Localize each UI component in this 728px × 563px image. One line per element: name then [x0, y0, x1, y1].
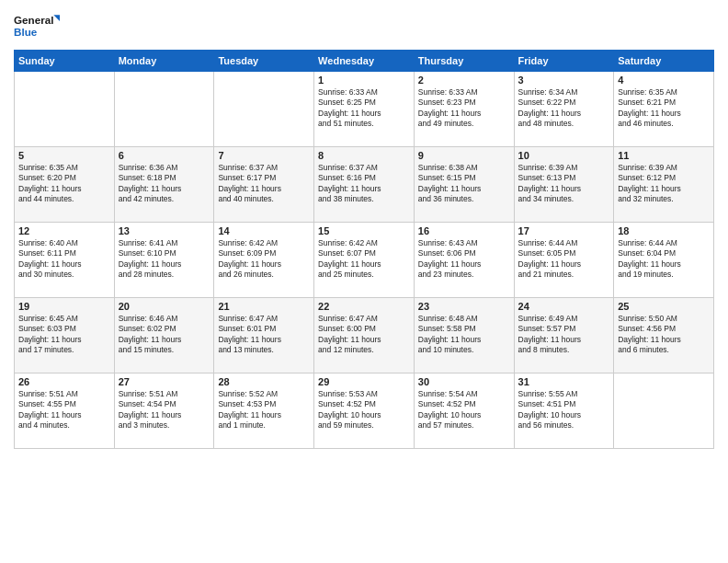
- day-info: Sunrise: 6:47 AM Sunset: 6:01 PM Dayligh…: [218, 314, 310, 356]
- day-info: Sunrise: 5:53 AM Sunset: 4:52 PM Dayligh…: [318, 389, 410, 431]
- calendar-cell: 25Sunrise: 5:50 AM Sunset: 4:56 PM Dayli…: [614, 298, 714, 373]
- weekday-header: Monday: [114, 51, 214, 72]
- calendar-cell: 20Sunrise: 6:46 AM Sunset: 6:02 PM Dayli…: [114, 298, 214, 373]
- day-number: 27: [119, 376, 210, 387]
- calendar-cell: 17Sunrise: 6:44 AM Sunset: 6:05 PM Dayli…: [514, 223, 614, 298]
- calendar-cell: 31Sunrise: 5:55 AM Sunset: 4:51 PM Dayli…: [514, 373, 614, 449]
- day-info: Sunrise: 5:55 AM Sunset: 4:51 PM Dayligh…: [518, 389, 610, 431]
- day-info: Sunrise: 6:44 AM Sunset: 6:05 PM Dayligh…: [518, 238, 610, 281]
- day-number: 15: [318, 225, 410, 236]
- header: General Blue: [14, 9, 714, 42]
- calendar-cell: 28Sunrise: 5:52 AM Sunset: 4:53 PM Dayli…: [214, 373, 314, 449]
- weekday-header: Friday: [514, 51, 614, 72]
- day-number: 23: [418, 301, 510, 312]
- day-info: Sunrise: 6:44 AM Sunset: 6:04 PM Dayligh…: [618, 238, 710, 281]
- day-number: 3: [518, 75, 610, 86]
- day-number: 12: [18, 225, 110, 236]
- svg-text:General: General: [14, 14, 53, 26]
- calendar-cell: 29Sunrise: 5:53 AM Sunset: 4:52 PM Dayli…: [314, 373, 415, 449]
- calendar-week-row: 5Sunrise: 6:35 AM Sunset: 6:20 PM Daylig…: [15, 147, 714, 223]
- weekday-header: Wednesday: [314, 51, 415, 72]
- weekday-header: Thursday: [414, 51, 514, 72]
- day-number: 28: [218, 376, 310, 387]
- calendar-cell: 11Sunrise: 6:39 AM Sunset: 6:12 PM Dayli…: [614, 147, 714, 223]
- calendar-cell: 18Sunrise: 6:44 AM Sunset: 6:04 PM Dayli…: [614, 223, 714, 298]
- day-number: 21: [218, 301, 310, 312]
- day-info: Sunrise: 6:35 AM Sunset: 6:20 PM Dayligh…: [18, 163, 110, 205]
- day-number: 2: [418, 75, 510, 86]
- calendar-cell: 13Sunrise: 6:41 AM Sunset: 6:10 PM Dayli…: [114, 223, 214, 298]
- day-number: 8: [318, 150, 410, 161]
- calendar-cell: 26Sunrise: 5:51 AM Sunset: 4:55 PM Dayli…: [15, 373, 115, 449]
- day-info: Sunrise: 6:42 AM Sunset: 6:09 PM Dayligh…: [218, 238, 310, 281]
- day-info: Sunrise: 6:42 AM Sunset: 6:07 PM Dayligh…: [318, 238, 410, 281]
- day-number: 25: [618, 301, 710, 312]
- day-number: 24: [518, 301, 610, 312]
- weekday-header: Tuesday: [214, 51, 314, 72]
- calendar-header-row: SundayMondayTuesdayWednesdayThursdayFrid…: [15, 51, 714, 72]
- calendar-cell: [614, 373, 714, 449]
- calendar-cell: 10Sunrise: 6:39 AM Sunset: 6:13 PM Dayli…: [514, 147, 614, 223]
- day-info: Sunrise: 6:40 AM Sunset: 6:11 PM Dayligh…: [18, 238, 110, 281]
- calendar-cell: 21Sunrise: 6:47 AM Sunset: 6:01 PM Dayli…: [214, 298, 314, 373]
- day-number: 19: [18, 301, 110, 312]
- day-info: Sunrise: 6:48 AM Sunset: 5:58 PM Dayligh…: [418, 314, 510, 356]
- calendar-cell: 3Sunrise: 6:34 AM Sunset: 6:22 PM Daylig…: [514, 72, 614, 147]
- day-info: Sunrise: 6:37 AM Sunset: 6:17 PM Dayligh…: [218, 163, 310, 205]
- weekday-header: Saturday: [614, 51, 714, 72]
- day-number: 4: [618, 75, 710, 86]
- calendar-cell: 4Sunrise: 6:35 AM Sunset: 6:21 PM Daylig…: [614, 72, 714, 147]
- day-number: 6: [119, 150, 210, 161]
- calendar-cell: 19Sunrise: 6:45 AM Sunset: 6:03 PM Dayli…: [15, 298, 115, 373]
- day-info: Sunrise: 6:41 AM Sunset: 6:10 PM Dayligh…: [119, 238, 210, 281]
- calendar-cell: 27Sunrise: 5:51 AM Sunset: 4:54 PM Dayli…: [114, 373, 214, 449]
- calendar-table: SundayMondayTuesdayWednesdayThursdayFrid…: [14, 50, 714, 449]
- day-number: 16: [418, 225, 510, 236]
- day-number: 11: [618, 150, 710, 161]
- day-number: 13: [119, 225, 210, 236]
- day-info: Sunrise: 6:39 AM Sunset: 6:13 PM Dayligh…: [518, 163, 610, 205]
- day-number: 31: [518, 376, 610, 387]
- calendar-cell: 8Sunrise: 6:37 AM Sunset: 6:16 PM Daylig…: [314, 147, 415, 223]
- day-number: 1: [318, 75, 410, 86]
- day-info: Sunrise: 6:38 AM Sunset: 6:15 PM Dayligh…: [418, 163, 510, 205]
- calendar-week-row: 1Sunrise: 6:33 AM Sunset: 6:25 PM Daylig…: [15, 72, 714, 147]
- calendar-cell: 7Sunrise: 6:37 AM Sunset: 6:17 PM Daylig…: [214, 147, 314, 223]
- calendar-cell: [114, 72, 214, 147]
- calendar-cell: 30Sunrise: 5:54 AM Sunset: 4:52 PM Dayli…: [414, 373, 514, 449]
- day-number: 7: [218, 150, 310, 161]
- logo-svg: General Blue: [14, 9, 60, 42]
- day-number: 18: [618, 225, 710, 236]
- day-info: Sunrise: 5:54 AM Sunset: 4:52 PM Dayligh…: [418, 389, 510, 431]
- calendar-cell: 15Sunrise: 6:42 AM Sunset: 6:07 PM Dayli…: [314, 223, 415, 298]
- day-info: Sunrise: 6:37 AM Sunset: 6:16 PM Dayligh…: [318, 163, 410, 205]
- day-info: Sunrise: 5:51 AM Sunset: 4:55 PM Dayligh…: [18, 389, 110, 431]
- calendar-cell: 6Sunrise: 6:36 AM Sunset: 6:18 PM Daylig…: [114, 147, 214, 223]
- day-number: 22: [318, 301, 410, 312]
- calendar-cell: 24Sunrise: 6:49 AM Sunset: 5:57 PM Dayli…: [514, 298, 614, 373]
- page: General Blue SundayMondayTuesdayWednesda…: [0, 0, 728, 563]
- day-info: Sunrise: 6:46 AM Sunset: 6:02 PM Dayligh…: [119, 314, 210, 356]
- calendar-cell: 5Sunrise: 6:35 AM Sunset: 6:20 PM Daylig…: [15, 147, 115, 223]
- calendar-week-row: 26Sunrise: 5:51 AM Sunset: 4:55 PM Dayli…: [15, 373, 714, 449]
- calendar-week-row: 19Sunrise: 6:45 AM Sunset: 6:03 PM Dayli…: [15, 298, 714, 373]
- day-info: Sunrise: 5:51 AM Sunset: 4:54 PM Dayligh…: [119, 389, 210, 431]
- day-number: 5: [18, 150, 110, 161]
- svg-text:Blue: Blue: [14, 26, 38, 38]
- calendar-week-row: 12Sunrise: 6:40 AM Sunset: 6:11 PM Dayli…: [15, 223, 714, 298]
- day-info: Sunrise: 6:34 AM Sunset: 6:22 PM Dayligh…: [518, 87, 610, 130]
- day-info: Sunrise: 6:43 AM Sunset: 6:06 PM Dayligh…: [418, 238, 510, 281]
- day-number: 30: [418, 376, 510, 387]
- day-number: 17: [518, 225, 610, 236]
- day-info: Sunrise: 6:33 AM Sunset: 6:23 PM Dayligh…: [418, 87, 510, 130]
- day-info: Sunrise: 6:36 AM Sunset: 6:18 PM Dayligh…: [119, 163, 210, 205]
- day-info: Sunrise: 6:35 AM Sunset: 6:21 PM Dayligh…: [618, 87, 710, 130]
- day-number: 14: [218, 225, 310, 236]
- calendar-cell: 1Sunrise: 6:33 AM Sunset: 6:25 PM Daylig…: [314, 72, 415, 147]
- day-number: 10: [518, 150, 610, 161]
- day-number: 9: [418, 150, 510, 161]
- calendar-cell: 2Sunrise: 6:33 AM Sunset: 6:23 PM Daylig…: [414, 72, 514, 147]
- calendar-cell: 12Sunrise: 6:40 AM Sunset: 6:11 PM Dayli…: [15, 223, 115, 298]
- day-number: 29: [318, 376, 410, 387]
- calendar-cell: 14Sunrise: 6:42 AM Sunset: 6:09 PM Dayli…: [214, 223, 314, 298]
